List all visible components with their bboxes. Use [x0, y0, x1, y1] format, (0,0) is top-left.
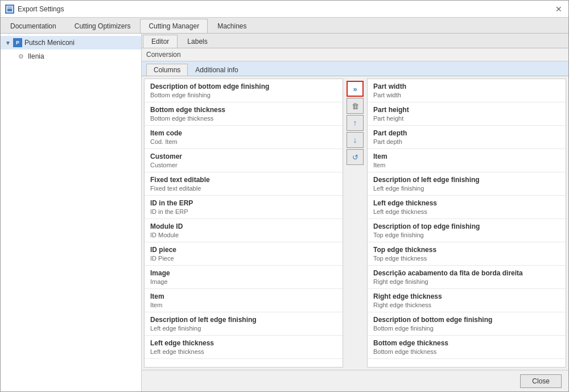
title-bar-left: Export Settings [5, 5, 64, 14]
tab-cutting-optimizers[interactable]: Cutting Optimizers [66, 19, 139, 33]
list-item-sub: Customer [150, 162, 337, 168]
list-item[interactable]: Description of bottom edge finishing Bot… [368, 312, 566, 336]
list-item[interactable]: Right edge thickness Right edge thicknes… [368, 289, 566, 312]
sidebar: ▼ P Putsch Meniconi ⚙ Ilenia [1, 34, 142, 391]
list-item-title: Customer [150, 152, 337, 160]
list-item-title: Bottom edge thickness [150, 106, 337, 114]
list-item[interactable]: Description of left edge finishing Left … [145, 312, 343, 336]
editor-tab-bar: Editor Labels [142, 34, 568, 48]
list-item-sub: Item [150, 302, 337, 308]
list-item-sub: Top edge finishing [373, 232, 560, 238]
sidebar-child-label: Ilenia [28, 52, 44, 60]
tab-columns[interactable]: Columns [146, 64, 188, 76]
tab-labels[interactable]: Labels [179, 35, 216, 48]
list-item-title: Part height [373, 106, 560, 114]
list-item[interactable]: Descrição acabamento da fita de borda di… [368, 266, 566, 289]
list-item-title: Top edge thickness [373, 246, 560, 254]
main-panel: Editor Labels Conversion Columns Additio… [142, 34, 568, 391]
list-item-title: Left edge thickness [150, 339, 337, 347]
list-item-sub: Bottom edge finishing [150, 92, 337, 98]
list-item[interactable]: ID piece ID Piece [145, 242, 343, 266]
list-item-title: Bottom edge thickness [373, 339, 560, 347]
window-close-button[interactable]: ✕ [554, 4, 564, 14]
lists-area: Description of bottom edge finishing Bot… [142, 76, 568, 370]
list-item-sub: Bottom edge finishing [373, 325, 560, 332]
list-item[interactable]: Part width Part width [368, 79, 566, 102]
list-item[interactable]: Description of bottom edge finishing Bot… [145, 79, 343, 102]
list-item[interactable]: Bottom edge thickness Bottom edge thickn… [368, 336, 566, 359]
left-list: Description of bottom edge finishing Bot… [144, 79, 343, 368]
list-item-title: Descrição acabamento da fita de borda di… [373, 269, 560, 277]
sidebar-parent-label: Putsch Meniconi [24, 39, 75, 47]
right-list-scroll[interactable]: Part width Part width Part height Part h… [368, 79, 566, 367]
sidebar-child-ilenia[interactable]: ⚙ Ilenia [1, 49, 141, 63]
list-item[interactable]: Module ID ID Module [145, 219, 343, 242]
list-item[interactable]: Fixed text editable Fixed text editable [145, 172, 343, 196]
window-icon [5, 5, 14, 14]
list-item[interactable]: Item Item [368, 149, 566, 172]
close-button[interactable]: Close [520, 374, 562, 388]
list-item-title: Left edge thickness [373, 199, 560, 207]
sidebar-parent-icon: P [13, 38, 22, 47]
tree-expand-arrow: ▼ [5, 40, 11, 46]
list-item[interactable]: Part depth Part depth [368, 126, 566, 149]
list-item-sub: Left edge finishing [150, 325, 337, 332]
list-item[interactable]: Part height Part height [368, 102, 566, 126]
top-tab-bar: Documentation Cutting Optimizers Cutting… [1, 18, 568, 34]
tab-machines[interactable]: Machines [209, 19, 255, 33]
list-item-title: Part width [373, 82, 560, 90]
list-item-sub: Part height [373, 115, 560, 122]
refresh-button[interactable]: ↺ [347, 149, 364, 165]
move-down-button[interactable]: ↓ [347, 132, 364, 148]
down-arrow-icon: ↓ [353, 135, 357, 145]
tab-documentation[interactable]: Documentation [2, 19, 65, 33]
double-arrow-icon: » [353, 85, 357, 93]
list-item-title: Right edge thickness [373, 292, 560, 300]
list-item-title: ID piece [150, 246, 337, 254]
conversion-label: Conversion [146, 51, 181, 59]
list-item[interactable]: Item code Cod. Item [145, 126, 343, 149]
export-settings-window: Export Settings ✕ Documentation Cutting … [0, 0, 569, 392]
list-item[interactable]: Top edge thickness Top edge thickness [368, 242, 566, 266]
list-item-sub: ID Module [150, 232, 337, 238]
list-item[interactable]: Customer Customer [145, 149, 343, 172]
list-item[interactable]: Left edge thickness Left edge thickness [368, 196, 566, 219]
list-item[interactable]: Item Item [145, 289, 343, 312]
tab-additional-info[interactable]: Additional info [188, 64, 245, 76]
list-item-title: Fixed text editable [150, 176, 337, 184]
list-item-sub: Part width [373, 92, 560, 98]
list-item-title: Description of top edge finishing [373, 222, 560, 230]
list-item-title: Description of left edge finishing [150, 316, 337, 324]
list-item[interactable]: Bottom edge thickness Bottom edge thickn… [145, 102, 343, 126]
list-item[interactable]: Description of left edge finishing Left … [368, 172, 566, 196]
list-item-sub: Right edge thickness [373, 302, 560, 308]
title-bar: Export Settings ✕ [1, 1, 568, 18]
list-item[interactable]: Description of top edge finishing Top ed… [368, 219, 566, 242]
list-item[interactable]: ID in the ERP ID in the ERP [145, 196, 343, 219]
move-up-button[interactable]: ↑ [347, 115, 364, 131]
columns-tab-bar: Columns Additional info [142, 61, 568, 76]
list-item[interactable]: Left edge thickness Left edge thickness [145, 336, 343, 359]
list-item-sub: Left edge thickness [150, 348, 337, 355]
list-item-title: Module ID [150, 222, 337, 230]
sidebar-tree: ▼ P Putsch Meniconi ⚙ Ilenia [1, 34, 141, 65]
conversion-bar: Conversion [142, 48, 568, 61]
list-item-title: Description of bottom edge finishing [150, 82, 337, 90]
left-list-scroll[interactable]: Description of bottom edge finishing Bot… [145, 79, 343, 367]
list-item[interactable]: Image Image [145, 266, 343, 289]
svg-rect-0 [7, 6, 13, 12]
list-item-sub: Left edge thickness [373, 208, 560, 215]
list-item-title: ID in the ERP [150, 199, 337, 207]
tab-editor[interactable]: Editor [143, 35, 178, 48]
list-item-title: Item code [150, 129, 337, 137]
delete-button[interactable]: 🗑 [347, 98, 364, 114]
tab-cutting-manager[interactable]: Cutting Manager [140, 19, 208, 33]
add-button[interactable]: » [347, 81, 364, 97]
list-item-sub: Image [150, 278, 337, 285]
list-item-title: Description of left edge finishing [373, 176, 560, 184]
list-item-sub: Top edge thickness [373, 255, 560, 262]
sidebar-parent-item[interactable]: ▼ P Putsch Meniconi [1, 36, 141, 49]
list-item-sub: Part depth [373, 138, 560, 145]
list-item-title: Image [150, 269, 337, 277]
list-item-title: Description of bottom edge finishing [373, 316, 560, 324]
